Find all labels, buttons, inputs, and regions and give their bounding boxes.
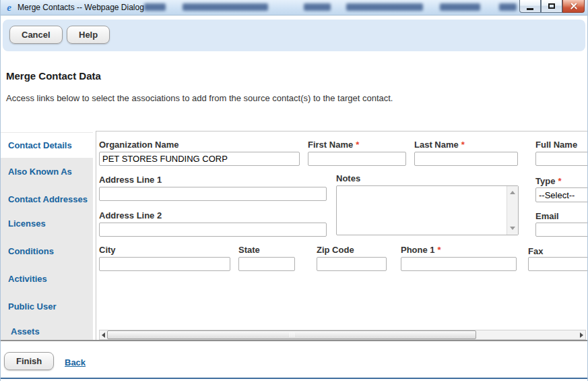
state-field[interactable] (238, 257, 295, 271)
sidebar-item-contact-addresses[interactable]: Contact Addresses (1, 189, 93, 208)
titlebar: e Merge Contacts -- Webpage Dialog (1, 0, 587, 16)
page-description: Access links below to select the associa… (6, 93, 393, 103)
scroll-right-icon[interactable] (580, 332, 583, 338)
notes-field[interactable] (336, 185, 519, 235)
sidebar-item-public-user[interactable]: Public User (1, 297, 93, 316)
required-asterisk: * (438, 245, 441, 255)
blurred-background-item (499, 3, 517, 11)
state-label: State (238, 245, 260, 255)
full-name-label: Full Name (535, 140, 577, 150)
email-label: Email (535, 211, 559, 221)
blurred-background-item (440, 3, 480, 11)
sidebar-item-conditions[interactable]: Conditions (1, 241, 93, 260)
merge-contacts-dialog: e Merge Contacts -- Webpage Dialog Cance… (0, 0, 588, 381)
last-name-label: Last Name* (414, 140, 465, 150)
contact-details-form: Organization Name First Name* Last Name*… (96, 131, 587, 341)
first-name-field[interactable] (308, 152, 406, 166)
close-icon (569, 2, 579, 10)
notes-scrollbar[interactable] (507, 186, 518, 235)
finish-button[interactable]: Finish (4, 352, 54, 370)
close-button[interactable] (562, 0, 585, 13)
sidebar: Contact Details Also Known As Contact Ad… (1, 132, 93, 341)
sidebar-item-assets[interactable]: Assets (1, 322, 93, 341)
scrollbar-thumb[interactable] (107, 330, 476, 339)
required-asterisk: * (461, 140, 465, 150)
blurred-background-item (183, 3, 268, 11)
caption-buttons (519, 0, 585, 13)
sidebar-item-contact-details[interactable]: Contact Details (1, 133, 93, 158)
fax-label: Fax (528, 246, 543, 256)
first-name-label: First Name* (308, 140, 359, 150)
address-line-1-field[interactable] (99, 187, 327, 201)
ie-icon: e (4, 3, 14, 13)
down-arrow-icon (510, 227, 515, 230)
type-label: Type* (535, 176, 561, 186)
minimize-button[interactable] (519, 0, 541, 13)
toolbar: Cancel Help (3, 20, 585, 51)
up-arrow-icon (510, 191, 515, 194)
window-title: Merge Contacts -- Webpage Dialog (18, 3, 144, 12)
zip-code-field[interactable] (317, 257, 387, 271)
minimize-icon (527, 8, 533, 10)
horizontal-scrollbar[interactable] (99, 330, 586, 340)
footer-divider (1, 340, 587, 341)
email-field[interactable] (535, 223, 587, 237)
cancel-button[interactable]: Cancel (9, 26, 63, 44)
full-name-field[interactable] (535, 152, 587, 166)
sidebar-item-activities[interactable]: Activities (1, 269, 93, 288)
help-button[interactable]: Help (67, 26, 110, 44)
fax-field[interactable] (528, 257, 587, 271)
city-field[interactable] (99, 257, 230, 271)
phone-1-field[interactable] (401, 257, 517, 271)
sidebar-item-licenses[interactable]: Licenses (1, 214, 93, 233)
phone-1-label: Phone 1* (401, 245, 441, 255)
required-asterisk: * (356, 140, 359, 150)
blurred-background-item (346, 3, 423, 11)
address-line-2-label: Address Line 2 (99, 210, 162, 221)
city-label: City (99, 245, 116, 255)
address-line-1-label: Address Line 1 (99, 175, 162, 185)
organization-name-field[interactable] (99, 152, 300, 166)
scroll-left-icon[interactable] (102, 332, 105, 338)
back-link[interactable]: Back (65, 357, 86, 368)
organization-name-label: Organization Name (99, 140, 178, 150)
required-asterisk: * (558, 176, 561, 186)
blurred-background-item (144, 3, 166, 11)
bottom-accent-line (1, 378, 587, 379)
type-select[interactable]: --Select-- (535, 187, 587, 202)
zip-code-label: Zip Code (317, 245, 354, 255)
sidebar-item-also-known-as[interactable]: Also Known As (1, 162, 93, 181)
notes-label: Notes (336, 173, 360, 183)
page-title: Merge Contact Data (6, 70, 101, 82)
last-name-field[interactable] (414, 152, 518, 166)
maximize-button[interactable] (541, 0, 562, 13)
maximize-icon (548, 3, 555, 9)
address-line-2-field[interactable] (99, 223, 327, 237)
blurred-background-item (304, 3, 331, 11)
